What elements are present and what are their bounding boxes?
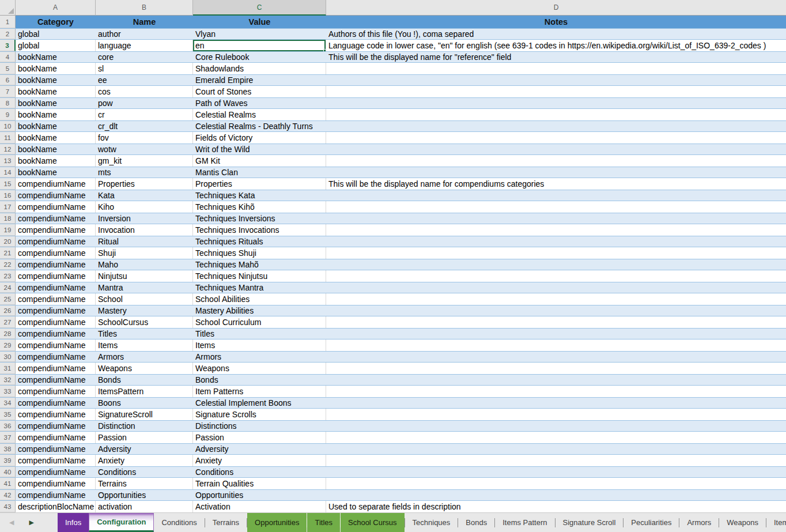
cell[interactable]: compendiumName	[16, 398, 96, 408]
column-header-a[interactable]: A	[16, 0, 96, 16]
cell[interactable]: bookName	[16, 98, 96, 108]
cell[interactable]: bookName	[16, 144, 96, 154]
row-header[interactable]: 19	[0, 224, 16, 236]
row-header[interactable]: 18	[0, 213, 16, 224]
row-header[interactable]: 22	[0, 259, 16, 270]
cell[interactable]: compendiumName	[16, 270, 96, 282]
sheet-tab-items[interactable]: Items	[766, 513, 786, 532]
cell[interactable]: compendiumName	[16, 339, 96, 351]
cell[interactable]: global	[16, 29, 96, 39]
sheet-tab-infos[interactable]: Infos	[58, 513, 89, 532]
cell[interactable]: global	[16, 40, 96, 51]
cell[interactable]: compendiumName	[16, 386, 96, 397]
cell[interactable]: Celestial Implement Boons	[193, 398, 326, 408]
row-header[interactable]: 26	[0, 305, 16, 316]
cell[interactable]: Kiho	[96, 201, 193, 213]
row-header[interactable]: 37	[0, 432, 16, 443]
cell[interactable]	[326, 398, 786, 408]
cell[interactable]	[326, 121, 786, 131]
cell[interactable]: Mantra	[96, 282, 193, 293]
cell[interactable]: bookName	[16, 155, 96, 167]
cell[interactable]: Items	[96, 339, 193, 351]
cell[interactable]: compendiumName	[16, 190, 96, 201]
column-header-b[interactable]: B	[96, 0, 193, 16]
cell[interactable]: Path of Waves	[193, 98, 326, 108]
cell[interactable]	[326, 444, 786, 454]
row-header[interactable]: 15	[0, 178, 16, 190]
cell[interactable]: School Curriculum	[193, 316, 326, 328]
cell[interactable]	[326, 386, 786, 397]
selected-cell[interactable]: en	[193, 40, 326, 51]
row-header[interactable]: 1	[0, 16, 16, 28]
cell[interactable]: language	[96, 40, 193, 51]
cell[interactable]: Adversity	[193, 444, 326, 454]
cell[interactable]: compendiumName	[16, 467, 96, 477]
sheet-tab-conditions[interactable]: Conditions	[154, 513, 204, 532]
row-header[interactable]: 4	[0, 52, 16, 62]
row-header[interactable]: 3	[0, 40, 16, 51]
row-header[interactable]: 42	[0, 490, 16, 500]
cell[interactable]	[326, 316, 786, 328]
sheet-tab-configuration[interactable]: Configuration	[89, 513, 154, 532]
cell[interactable]: compendiumName	[16, 293, 96, 305]
cell[interactable]: School Abilities	[193, 293, 326, 305]
cell[interactable]: Maho	[96, 259, 193, 270]
cell[interactable]: compendiumName	[16, 490, 96, 500]
cell[interactable]: compendiumName	[16, 352, 96, 362]
cell[interactable]	[326, 375, 786, 385]
cell[interactable]: bookName	[16, 132, 96, 144]
cell[interactable]: Kata	[96, 190, 193, 201]
cell[interactable]: Techniques Rituals	[193, 236, 326, 247]
cell[interactable]: compendiumName	[16, 444, 96, 454]
cell[interactable]: Anxiety	[96, 455, 193, 466]
cell[interactable]: Techniques Ninjutsu	[193, 270, 326, 282]
cell[interactable]: bookName	[16, 75, 96, 85]
cell[interactable]: activation	[96, 501, 193, 512]
cell[interactable]: Ninjutsu	[96, 270, 193, 282]
cell[interactable]: Properties	[193, 178, 326, 190]
row-header[interactable]: 10	[0, 121, 16, 131]
cell[interactable]: compendiumName	[16, 247, 96, 259]
row-header[interactable]: 9	[0, 109, 16, 120]
row-header[interactable]: 2	[0, 29, 16, 39]
sheet-tab-items-pattern[interactable]: Items Pattern	[495, 513, 554, 532]
cell[interactable]: Terrains	[96, 478, 193, 489]
cell[interactable]: bookName	[16, 63, 96, 74]
cell[interactable]: Mastery	[96, 305, 193, 316]
row-header[interactable]: 33	[0, 386, 16, 397]
sheet-tab-signature-scroll[interactable]: Signature Scroll	[556, 513, 623, 532]
cell[interactable]	[326, 247, 786, 259]
cell[interactable]: Titles	[96, 329, 193, 339]
cell[interactable]: author	[96, 29, 193, 39]
cell[interactable]: Techniques Mahõ	[193, 259, 326, 270]
sheet-tab-weapons[interactable]: Weapons	[719, 513, 766, 532]
cell[interactable]	[326, 155, 786, 167]
cell[interactable]: Weapons	[193, 363, 326, 374]
cell[interactable]	[326, 86, 786, 97]
cell[interactable]: compendiumName	[16, 329, 96, 339]
cell[interactable]	[326, 190, 786, 201]
cell[interactable]	[326, 201, 786, 213]
cell[interactable]: bookName	[16, 86, 96, 97]
cell[interactable]: Court of Stones	[193, 86, 326, 97]
cell[interactable]: compendiumName	[16, 363, 96, 374]
cell[interactable]	[326, 293, 786, 305]
cell[interactable]	[326, 282, 786, 293]
sheet-tab-armors[interactable]: Armors	[679, 513, 719, 532]
cell[interactable]: Fields of Victory	[193, 132, 326, 144]
cell[interactable]: cr	[96, 109, 193, 120]
cell[interactable]: Inversion	[96, 213, 193, 224]
row-header[interactable]: 11	[0, 132, 16, 144]
cell[interactable]: Celestial Realms - Deathly Turns	[193, 121, 326, 131]
cell[interactable]: cr_dlt	[96, 121, 193, 131]
cell[interactable]: Emerald Empire	[193, 75, 326, 85]
cell[interactable]	[326, 352, 786, 362]
row-header[interactable]: 34	[0, 398, 16, 408]
cell[interactable]	[326, 63, 786, 74]
tab-scroll-right-icon[interactable]: ▶	[29, 519, 33, 526]
cell[interactable]: ee	[96, 75, 193, 85]
row-header[interactable]: 5	[0, 63, 16, 74]
cell[interactable]	[326, 478, 786, 489]
cell[interactable]: compendiumName	[16, 178, 96, 190]
cell[interactable]	[326, 259, 786, 270]
